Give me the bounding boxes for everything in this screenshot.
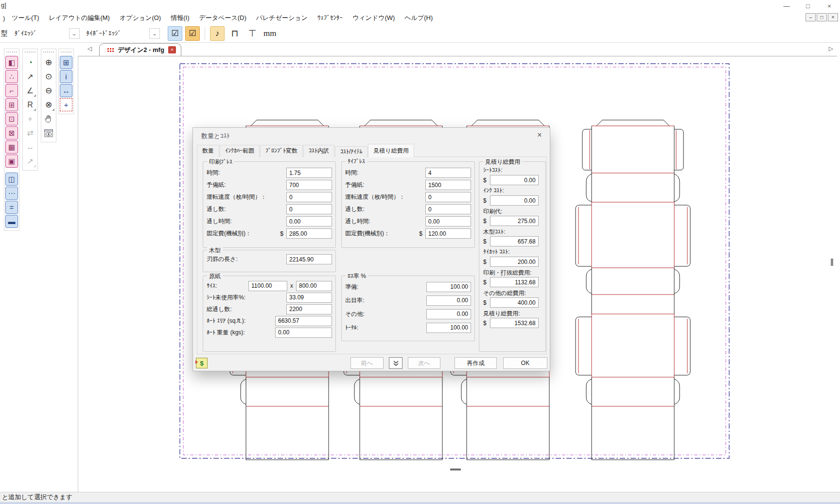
menu-item-5[interactable]: パレチゼーション <box>251 12 313 24</box>
sheet-cost-input[interactable] <box>490 175 539 185</box>
document-tab[interactable]: デザイン2 - mfg × <box>99 43 181 56</box>
loss-setup-input[interactable] <box>426 282 471 292</box>
next-button[interactable]: 次へ <box>408 357 440 369</box>
loss-yield-input[interactable] <box>426 295 471 306</box>
total-passes-input[interactable] <box>286 304 332 314</box>
tab-scroll-left-icon[interactable]: ◁ <box>88 45 92 52</box>
move-dims-icon[interactable]: ↔ <box>24 140 36 154</box>
menu-item-1[interactable]: レイアウトの編集(M) <box>44 12 115 24</box>
die-cost-input[interactable] <box>490 236 539 246</box>
print-diecut-total-input[interactable] <box>490 277 539 287</box>
print-pass-time-input[interactable] <box>286 216 332 226</box>
select-dashed-icon[interactable]: ⊞ <box>5 98 18 111</box>
dialog-tab-4[interactable]: ｺｽﾄ/ｱｲﾃﾑ <box>335 146 368 157</box>
move-3d-icon[interactable]: ⇄ <box>24 126 36 139</box>
loss-other-input[interactable] <box>426 309 471 319</box>
die-passes-input[interactable] <box>425 204 471 214</box>
dialog-title-bar[interactable]: 数量とｺｽﾄ × <box>193 128 550 142</box>
bridge-width-icon[interactable]: ⊓ <box>228 26 242 41</box>
panel-dots-icon[interactable]: ▣ <box>5 155 18 168</box>
minimize-button[interactable]: — <box>776 0 797 12</box>
area-lightning-icon[interactable]: ◧ <box>5 56 18 69</box>
dialog-tab-3[interactable]: ｺｽﾄ内訳 <box>303 145 334 157</box>
other-total-input[interactable] <box>490 297 539 308</box>
prev-button[interactable]: 前へ <box>350 357 384 369</box>
die-run-speed-input[interactable] <box>425 192 471 202</box>
print-run-speed-input[interactable] <box>286 192 332 202</box>
arc-radius-icon[interactable]: R <box>24 98 36 111</box>
menu-item-8[interactable]: ヘルプ(H) <box>400 12 438 24</box>
sheet-size-width-input[interactable] <box>248 281 287 291</box>
select-person-icon[interactable]: ☑ <box>185 26 200 41</box>
menu-item-0[interactable]: ツール(T) <box>7 12 44 24</box>
add-blank-icon[interactable]: ⊞ <box>60 56 72 69</box>
print-fixed-cost-input[interactable] <box>286 228 332 239</box>
rule-length-input[interactable] <box>286 254 332 264</box>
board-area-input[interactable] <box>275 316 332 326</box>
board-weight-input[interactable] <box>275 328 332 338</box>
stretch-arrow-icon[interactable]: ↗ <box>24 70 36 83</box>
close-button[interactable]: × <box>819 0 840 12</box>
edge-type-dropdown[interactable]: ⌄ <box>69 28 80 39</box>
print-hours-input[interactable] <box>286 168 332 178</box>
blank-info-icon[interactable]: i <box>60 70 72 83</box>
estimate-total-input[interactable] <box>490 318 539 328</box>
print-passes-input[interactable] <box>286 204 332 214</box>
mdi-restore-button[interactable]: □ <box>817 13 827 21</box>
dialog-tab-1[interactable]: ｲﾝｸｶﾊｰ範囲 <box>220 145 260 157</box>
fill-panel-icon[interactable]: ▬ <box>5 215 18 228</box>
menu-item-2[interactable]: オプション(O) <box>115 12 166 24</box>
die-spare-sheets-input[interactable] <box>425 180 471 190</box>
tab-close-button[interactable]: × <box>168 46 176 53</box>
select-dots-icon[interactable]: ⊡ <box>5 112 18 125</box>
bridge-edit-icon[interactable]: ◫ <box>5 173 18 186</box>
expand-button[interactable] <box>389 357 402 369</box>
preview-window-icon[interactable] <box>42 126 55 139</box>
restore-button[interactable]: □ <box>797 0 819 12</box>
zoom-out-icon[interactable]: ⊖ <box>42 84 55 97</box>
dieboard-edge-combo-value[interactable]: ﾀｲﾎﾞｰﾄﾞｴｯｼﾞ <box>87 30 122 37</box>
dialog-tab-2[interactable]: ﾌﾟﾛﾝﾌﾟﾄ変数 <box>260 145 303 157</box>
tab-scroll-right-icon[interactable]: ▷ <box>829 45 833 52</box>
perforation-icon[interactable]: ⋯ <box>5 187 18 200</box>
bridge-note-icon[interactable]: ♪ <box>210 26 225 41</box>
sheet-unused-pct-input[interactable] <box>286 293 332 303</box>
regenerate-button[interactable]: 再作成 <box>455 357 497 369</box>
move-copy-icon[interactable]: ↗ <box>24 155 36 168</box>
mdi-minimize-button[interactable]: – <box>805 13 816 21</box>
pan-hand-icon[interactable] <box>42 112 55 125</box>
rotate-clock-icon[interactable]: ◔ <box>24 56 36 69</box>
menu-item-3[interactable]: 情報(I) <box>166 12 194 24</box>
die-hours-input[interactable] <box>425 168 471 178</box>
select-cross-icon[interactable]: ⊠ <box>5 126 18 139</box>
loss-total-input[interactable] <box>426 323 471 333</box>
menu-item-7[interactable]: ウィンドウ(W) <box>348 12 400 24</box>
zoom-in-icon[interactable]: ⊕ <box>42 56 55 69</box>
double-knife-icon[interactable]: = <box>5 201 18 214</box>
zoom-extents-icon[interactable]: ⊗ <box>42 98 55 111</box>
zoom-options-icon[interactable]: ⊙ <box>42 70 55 83</box>
horizontal-scrollbar-thumb[interactable] <box>450 469 461 470</box>
print-cost-input[interactable] <box>490 216 539 226</box>
diecut-cost-input[interactable] <box>490 257 539 267</box>
menu-item-4[interactable]: データベース(D) <box>194 12 251 24</box>
vertical-scrollbar-thumb[interactable] <box>831 259 833 266</box>
corner-lightning-icon[interactable]: ⌐ <box>5 84 18 97</box>
blank-spacing-icon[interactable]: ↔ <box>60 84 72 97</box>
pin-icon[interactable]: ⊤ <box>245 26 260 41</box>
dialog-tab-5[interactable]: 見積り総費用 <box>368 144 414 157</box>
print-spare-sheets-input[interactable] <box>286 180 332 190</box>
angle-tool-icon[interactable]: ∠ <box>24 84 36 97</box>
die-fixed-cost-input[interactable] <box>425 228 471 239</box>
move-tool-icon[interactable]: + <box>24 112 36 125</box>
sheet-size-height-input[interactable] <box>296 281 332 291</box>
select-checklist-icon[interactable]: ☑ <box>168 26 182 41</box>
dialog-close-button[interactable]: × <box>529 128 550 142</box>
mdi-close-button[interactable]: × <box>828 13 838 21</box>
dialog-tab-0[interactable]: 数量 <box>197 145 219 157</box>
dots-lightning-icon[interactable]: ∴ <box>5 70 18 83</box>
dieboard-edge-dropdown[interactable]: ⌄ <box>149 28 160 39</box>
menu-item-6[interactable]: ｳｪﾌﾞｾﾝﾀｰ <box>313 12 348 24</box>
die-pass-time-input[interactable] <box>425 216 471 226</box>
layout-grid-icon[interactable]: ▦ <box>5 140 18 154</box>
